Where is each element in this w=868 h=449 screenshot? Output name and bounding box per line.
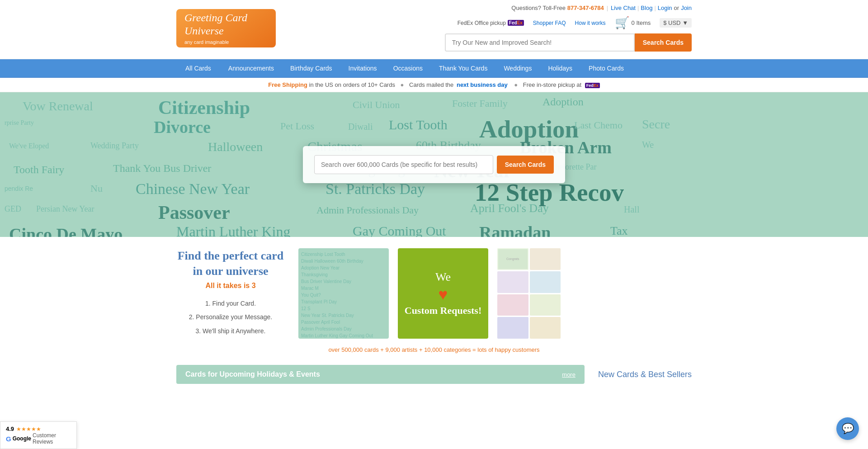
promo-dot1: ● <box>401 81 404 88</box>
or-label: or <box>674 5 679 11</box>
top-info-bar: Questions? Toll-Free 877-347-6784 | Live… <box>289 5 692 11</box>
fedex-pickup[interactable]: FedEx Office pickup FedEx <box>458 20 524 26</box>
find-card-heading: Find the perfect card in our universe <box>176 248 285 279</box>
tagline-text: over 500,000 cards + 9,000 artists + 10,… <box>328 346 539 353</box>
nav-thank-you[interactable]: Thank You Cards <box>431 59 495 77</box>
custom-requests-box[interactable]: We ♥ Custom Requests! <box>398 248 488 339</box>
nav-holidays[interactable]: Holidays <box>540 59 580 77</box>
google-label: Customer Reviews <box>33 432 71 445</box>
heart-icon: ♥ <box>439 285 448 303</box>
photo-card-4 <box>530 271 561 293</box>
next-business-day: next business day <box>457 81 508 88</box>
promo-text3: Free in-store pickup at <box>523 81 581 88</box>
nav-birthday-cards[interactable]: Birthday Cards <box>282 59 340 77</box>
photo-card-7 <box>497 317 528 339</box>
logo-subtitle: any card imaginable <box>184 39 268 45</box>
nav-photo-cards[interactable]: Photo Cards <box>580 59 632 77</box>
questions-label: Questions? Toll-Free <box>511 5 566 11</box>
how-it-works-link[interactable]: How it works <box>575 20 606 26</box>
photo-card-3 <box>497 271 528 293</box>
photo-card-2 <box>530 248 561 270</box>
find-card-section: Find the perfect card in our universe Al… <box>176 248 289 338</box>
chat-button[interactable]: 💬 <box>836 417 859 440</box>
free-shipping-label: Free Shipping <box>268 81 307 88</box>
google-stars: ★★★★★ <box>16 426 41 432</box>
photo-card-5 <box>497 294 528 316</box>
nav-announcements[interactable]: Announcements <box>220 59 282 77</box>
photo-cards-collage[interactable]: Congrats <box>497 248 561 339</box>
upcoming-title: Cards for Upcoming Holidays & Events <box>185 370 320 378</box>
new-cards-title: New Cards & Best Sellers <box>598 370 692 379</box>
google-rating: 4.9 <box>6 425 14 432</box>
live-chat-link[interactable]: Live Chat <box>611 5 636 11</box>
google-reviews-widget[interactable]: 4.9 ★★★★★ G Google Customer Reviews <box>0 421 77 449</box>
currency-selector[interactable]: $ USD ▼ <box>660 18 692 28</box>
nav-weddings[interactable]: Weddings <box>495 59 540 77</box>
nav-invitations[interactable]: Invitations <box>340 59 385 77</box>
promo-text1: in the US on orders of 10+ Cards <box>309 81 395 88</box>
tagline-bar: over 500,000 cards + 9,000 artists + 10,… <box>176 345 692 354</box>
main-nav: All Cards Announcements Birthday Cards I… <box>0 59 868 78</box>
custom-requests-label: Custom Requests! <box>405 305 482 317</box>
hero-section: Vow Renewal Citizenship Civil Union Fost… <box>0 92 868 237</box>
join-link[interactable]: Join <box>681 5 692 11</box>
all-it-takes: All it takes is 3 <box>176 282 285 290</box>
promo-text2: Cards mailed the <box>409 81 453 88</box>
google-name: Google <box>13 435 31 442</box>
logo[interactable]: Greeting Card Universe any card imaginab… <box>176 9 276 47</box>
hero-search-input[interactable] <box>314 155 493 174</box>
promo-dot2: ● <box>514 81 518 88</box>
phone-number: 877-347-6784 <box>567 5 604 11</box>
logo-text: Greeting Card Universe <box>184 11 268 38</box>
search-input[interactable] <box>445 33 635 52</box>
photo-card-6 <box>530 294 561 316</box>
shopper-faq-link[interactable]: Shopper FAQ <box>533 20 566 26</box>
site-header: Greeting Card Universe any card imaginab… <box>0 0 868 59</box>
hero-search-button[interactable]: Search Cards <box>497 156 554 174</box>
card-word-cloud-image[interactable]: Citizenship Lost Tooth Diwali Halloween … <box>298 248 389 339</box>
chat-icon: 💬 <box>842 423 854 435</box>
hero-search-overlay: Search Cards <box>303 146 565 183</box>
cart-icon: 🛒 <box>615 16 629 30</box>
step-1: 1. Find your Card. <box>176 297 285 311</box>
blog-link[interactable]: Blog <box>641 5 652 11</box>
upcoming-bar[interactable]: Cards for Upcoming Holidays & Events mor… <box>176 365 585 384</box>
google-g-icon: G <box>6 435 11 443</box>
login-link[interactable]: Login <box>658 5 672 11</box>
step-2: 2. Personalize your Message. <box>176 310 285 324</box>
photo-card-1: Congrats <box>497 248 528 270</box>
nav-occasions[interactable]: Occasions <box>385 59 431 77</box>
nav-all-cards[interactable]: All Cards <box>176 59 220 77</box>
upcoming-more-link[interactable]: more <box>562 371 576 378</box>
search-button[interactable]: Search Cards <box>635 33 692 52</box>
step-3: 3. We'll ship it Anywhere. <box>176 324 285 338</box>
we-label: We <box>435 270 451 284</box>
cart-count: 0 Items <box>632 19 651 26</box>
promo-bar: Free Shipping in the US on orders of 10+… <box>0 78 868 92</box>
photo-card-8 <box>530 317 561 339</box>
cart[interactable]: 🛒 0 Items <box>615 16 651 30</box>
